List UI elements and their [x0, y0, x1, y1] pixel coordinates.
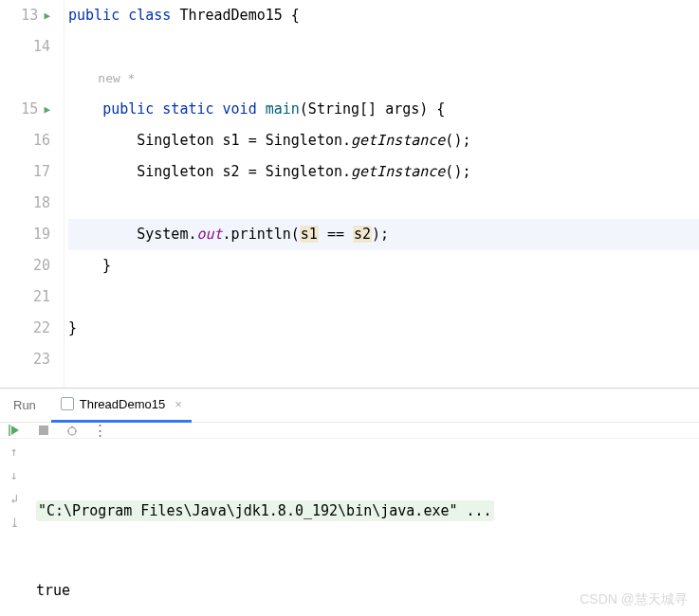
code-line[interactable]: System.out.println(s1 == s2); [68, 219, 699, 250]
gutter-line: 13▶ [0, 0, 58, 31]
wrap-icon[interactable]: ↲ [10, 492, 18, 506]
scroll-icon[interactable]: ⤓ [9, 516, 20, 530]
console-side-toolbar: ↑ ↓ ↲ ⤓ [0, 439, 28, 616]
gutter-line: 20 [0, 250, 58, 281]
run-gutter-icon[interactable]: ▶ [44, 94, 50, 125]
stop-icon[interactable] [36, 423, 51, 438]
gutter-line [0, 63, 58, 94]
down-arrow-icon[interactable]: ↓ [10, 468, 18, 482]
svg-rect-0 [39, 426, 48, 435]
code-line[interactable] [68, 31, 699, 63]
code-line[interactable]: } [68, 313, 699, 344]
code-line[interactable]: public class ThreadDemo15 { [68, 0, 699, 31]
console-output[interactable]: "C:\Program Files\Java\jdk1.8.0_192\bin\… [28, 439, 699, 616]
console-command: "C:\Program Files\Java\jdk1.8.0_192\bin\… [36, 500, 494, 521]
run-body: ↑ ↓ ↲ ⤓ "C:\Program Files\Java\jdk1.8.0_… [0, 439, 699, 616]
run-gutter-icon[interactable]: ▶ [44, 0, 50, 31]
run-toolbar: ⋮ [0, 423, 699, 439]
code-line[interactable] [68, 281, 699, 313]
code-line[interactable] [68, 188, 699, 219]
run-panel-label: Run [6, 398, 44, 412]
gutter-line: 23 [0, 344, 58, 375]
run-tab-name: ThreadDemo15 [80, 397, 165, 411]
code-line[interactable]: new * [68, 63, 699, 94]
more-icon[interactable]: ⋮ [93, 423, 108, 438]
debug-icon[interactable] [64, 423, 80, 438]
gutter-line: 22 [0, 313, 58, 344]
gutter-line: 17 [0, 156, 58, 188]
gutter-line: 21 [0, 281, 58, 313]
gutter-line: 15▶ [0, 94, 58, 125]
inlay-hint: new * [68, 71, 135, 85]
line-gutter: 13▶1415▶1617181920212223 [0, 0, 64, 388]
code-line[interactable] [68, 344, 699, 375]
code-editor[interactable]: 13▶1415▶1617181920212223 public class Th… [0, 0, 699, 389]
run-tab-bar: Run ThreadDemo15 × [0, 389, 699, 423]
code-line[interactable]: } [68, 250, 699, 281]
close-icon[interactable]: × [175, 397, 182, 411]
gutter-line: 14 [0, 31, 58, 63]
run-tab[interactable]: ThreadDemo15 × [51, 389, 192, 423]
code-line[interactable]: Singleton s1 = Singleton.getInstance(); [68, 125, 699, 156]
run-config-icon [61, 397, 74, 410]
code-line[interactable]: Singleton s2 = Singleton.getInstance(); [68, 156, 699, 188]
code-content[interactable]: public class ThreadDemo15 { new * public… [64, 0, 699, 388]
gutter-line: 18 [0, 188, 58, 219]
watermark: CSDN @慧天城寻 [579, 591, 688, 608]
run-tool-window: Run ThreadDemo15 × ⋮ ↑ ↓ ↲ ⤓ "C:\Program… [0, 389, 699, 616]
gutter-line: 16 [0, 125, 58, 156]
rerun-icon[interactable] [8, 423, 23, 438]
gutter-line: 19 [0, 219, 58, 250]
code-line[interactable]: public static void main(String[] args) { [68, 94, 699, 125]
up-arrow-icon[interactable]: ↑ [10, 444, 18, 459]
svg-point-1 [68, 427, 76, 435]
